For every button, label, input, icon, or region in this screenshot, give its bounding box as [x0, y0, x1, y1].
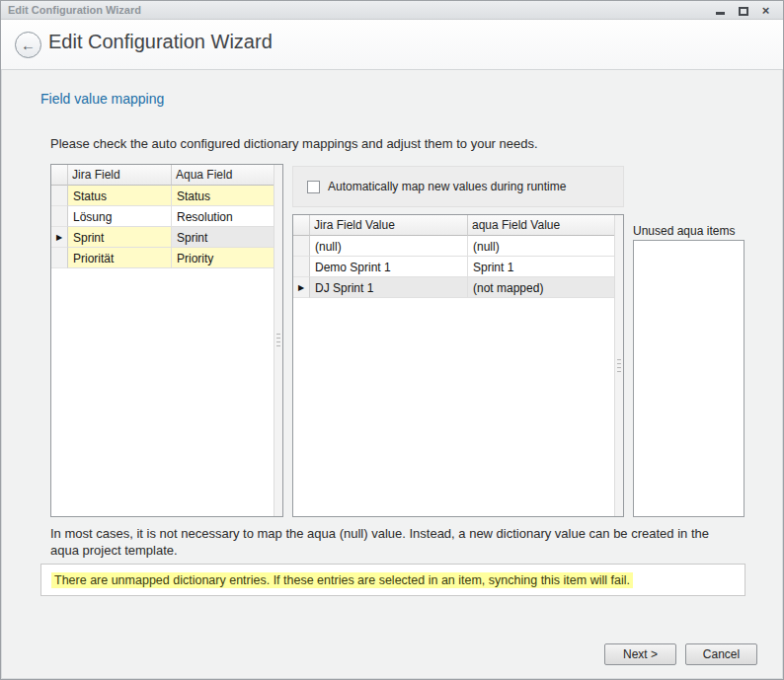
note-text: In most cases, it is not necessary to ma… — [50, 525, 732, 559]
section-title: Field value mapping — [40, 91, 164, 107]
cell-jira-field[interactable]: Sprint — [68, 227, 172, 248]
vertical-scrollbar[interactable] — [274, 165, 282, 516]
table-row[interactable]: Lösung Resolution — [51, 206, 282, 227]
current-row-marker-icon: ▶ — [56, 233, 62, 242]
row-header[interactable] — [293, 236, 310, 257]
maximize-button[interactable] — [736, 4, 750, 17]
instruction-text: Please check the auto configured diction… — [50, 136, 538, 151]
cell-jira-field[interactable]: Lösung — [68, 206, 172, 227]
warning-text: There are unmapped dictionary entries. I… — [51, 572, 633, 588]
value-mapping-grid: Jira Field Value aqua Field Value (null)… — [292, 214, 624, 517]
back-button[interactable]: ← — [15, 32, 41, 58]
cell-jira-field[interactable]: Priorität — [68, 248, 172, 268]
row-header[interactable] — [293, 257, 310, 277]
runtime-option-panel: Automatically map new values during runt… — [292, 166, 624, 207]
minimize-button[interactable] — [713, 4, 728, 17]
field-grid-corner-header — [51, 165, 68, 186]
warning-box: There are unmapped dictionary entries. I… — [40, 564, 745, 596]
row-header-selected[interactable]: ▶ — [293, 277, 310, 298]
scrollbar-grip-icon — [617, 359, 621, 373]
wizard-header: ← Edit Configuration Wizard — [1, 20, 783, 70]
table-row[interactable]: ▶ Sprint Sprint — [51, 227, 282, 248]
row-header[interactable] — [51, 206, 68, 227]
cell-aqua-value[interactable]: (not mapped) — [468, 277, 623, 298]
vertical-scrollbar[interactable] — [614, 215, 623, 516]
value-grid-column-header-aqua[interactable]: aqua Field Value — [468, 215, 623, 236]
minimize-icon — [716, 12, 725, 15]
value-grid-column-header-jira[interactable]: Jira Field Value — [310, 215, 468, 236]
cell-aqua-field[interactable]: Resolution — [172, 206, 282, 227]
unused-aqua-items-label: Unused aqua items — [633, 224, 735, 238]
page-title: Edit Configuration Wizard — [48, 31, 273, 53]
cell-jira-value[interactable]: Demo Sprint 1 — [310, 257, 468, 277]
row-header[interactable] — [51, 186, 68, 206]
unused-aqua-items-list[interactable] — [633, 240, 745, 517]
edit-configuration-wizard-window: Edit Configuration Wizard × ← Edit Confi… — [0, 0, 784, 680]
current-row-marker-icon: ▶ — [298, 283, 304, 292]
table-row[interactable]: (null) (null) — [293, 236, 623, 257]
scrollbar-grip-icon — [276, 334, 280, 347]
cell-aqua-value[interactable]: (null) — [468, 236, 623, 257]
table-row[interactable]: Demo Sprint 1 Sprint 1 — [293, 257, 623, 277]
table-row[interactable]: Status Status — [51, 186, 282, 206]
value-grid-header-row: Jira Field Value aqua Field Value — [293, 215, 623, 236]
next-button[interactable]: Next > — [604, 643, 676, 665]
cell-aqua-field[interactable]: Priority — [172, 248, 282, 268]
maximize-icon — [739, 7, 748, 16]
cell-aqua-field[interactable]: Sprint — [172, 227, 282, 248]
cell-jira-value[interactable]: (null) — [310, 236, 468, 257]
cancel-button[interactable]: Cancel — [685, 643, 757, 665]
caption-buttons: × — [713, 4, 776, 17]
titlebar: Edit Configuration Wizard × — [1, 1, 783, 20]
cell-aqua-field[interactable]: Status — [172, 186, 282, 206]
field-grid-column-header-aqua[interactable]: Aqua Field — [172, 165, 282, 186]
cell-jira-field[interactable]: Status — [68, 186, 172, 206]
row-header-selected[interactable]: ▶ — [51, 227, 68, 248]
close-button[interactable]: × — [758, 4, 773, 17]
auto-map-checkbox-label: Automatically map new values during runt… — [328, 180, 566, 193]
value-grid-corner-header — [293, 215, 310, 236]
row-header[interactable] — [51, 248, 68, 268]
field-grid-column-header-jira[interactable]: Jira Field — [68, 165, 172, 186]
table-row[interactable]: Priorität Priority — [51, 248, 282, 268]
close-icon: × — [762, 4, 770, 17]
titlebar-title: Edit Configuration Wizard — [8, 4, 141, 16]
cell-aqua-value[interactable]: Sprint 1 — [468, 257, 623, 277]
back-arrow-icon: ← — [21, 37, 36, 53]
field-grid-header-row: Jira Field Aqua Field — [51, 165, 282, 186]
table-row[interactable]: ▶ DJ Sprint 1 (not mapped) — [293, 277, 623, 298]
cell-jira-value[interactable]: DJ Sprint 1 — [310, 277, 468, 298]
field-mapping-grid: Jira Field Aqua Field Status Status Lösu… — [50, 164, 283, 517]
auto-map-checkbox[interactable] — [307, 181, 320, 193]
